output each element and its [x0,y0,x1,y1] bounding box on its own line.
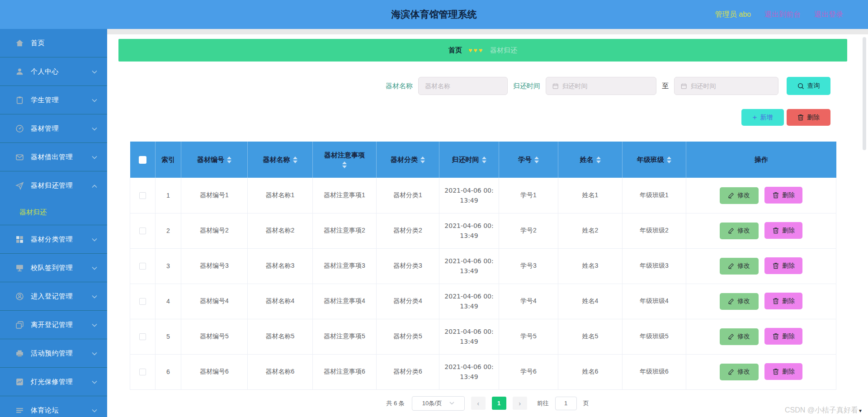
header-equipment-code[interactable]: 器材编号 [181,142,248,178]
header-select-all-cell [130,142,156,178]
sidebar-item-equipment-category-mgmt[interactable]: 器材分类管理 [0,225,107,254]
header-label: 器材分类 [391,156,418,163]
chevron-down-icon [92,378,97,386]
sidebar-item-team-checkin-mgmt[interactable]: 校队签到管理 [0,254,107,282]
sort-carets-icon[interactable] [227,156,231,163]
row-delete-button[interactable]: 删除 [764,328,802,345]
sidebar-item-home[interactable]: 首页 [0,29,107,57]
row-delete-button[interactable]: 删除 [764,363,802,380]
edit-button[interactable]: 修改 [720,328,759,345]
logout-link[interactable]: 退出登录 [814,10,843,19]
row-delete-button[interactable]: 删除 [764,187,802,204]
row-checkbox[interactable] [139,227,146,234]
header-index: 索引 [156,142,181,178]
scrollbar-thumb[interactable] [863,37,866,150]
row-delete-button[interactable]: 删除 [764,222,802,239]
sort-carets-icon[interactable] [342,161,347,168]
header-equipment-note[interactable]: 器材注意事项 [313,142,377,178]
forum-icon [15,406,24,415]
cell-name: 器材名称5 [248,319,313,354]
page-size-select[interactable]: 10条/页 [412,396,465,411]
cell-student-name: 姓名5 [558,319,623,354]
cell-student-id: 学号2 [499,213,558,248]
edit-button-label: 修改 [737,297,750,305]
edit-button[interactable]: 修改 [720,223,759,239]
header-label: 姓名 [580,156,594,163]
row-checkbox[interactable] [139,298,146,305]
header-equipment-name[interactable]: 器材名称 [248,142,313,178]
pencil-icon [728,227,734,234]
cell-code: 器材编号1 [181,178,248,213]
search-button[interactable]: 查询 [787,77,830,95]
row-checkbox[interactable] [139,369,146,375]
edit-button[interactable]: 修改 [720,293,759,310]
current-page-button[interactable]: 1 [492,397,506,410]
clipboard-icon [15,96,24,104]
header-equipment-category[interactable]: 器材分类 [377,142,439,178]
sidebar-item-student-mgmt[interactable]: 学生管理 [0,86,107,114]
pencil-icon [728,369,734,375]
sidebar-item-personal-center[interactable]: 个人中心 [0,57,107,86]
sidebar-item-light-repair-mgmt[interactable]: 灯光保修管理 [0,368,107,396]
trash-icon [773,262,779,269]
sidebar-item-equipment-mgmt[interactable]: 器材管理 [0,114,107,143]
edit-button[interactable]: 修改 [720,258,759,275]
cell-student-name: 姓名1 [558,178,623,213]
goto-page-input[interactable] [555,397,577,410]
chevron-down-icon [92,406,97,414]
add-button[interactable]: + 新增 [741,109,784,126]
row-checkbox[interactable] [139,263,146,270]
row-delete-button-label: 删除 [782,332,795,341]
header-label: 学号 [518,156,532,163]
row-select-cell [130,319,156,354]
row-checkbox[interactable] [139,333,146,340]
sidebar-item-label: 校队签到管理 [31,264,73,272]
row-delete-button[interactable]: 删除 [764,257,802,274]
sort-carets-icon[interactable] [667,156,671,163]
header-divider-band [107,29,868,34]
filter-row: 器材名称 归还时间 至 查询 [107,77,830,95]
edit-button-label: 修改 [737,262,750,270]
sidebar-item-equipment-return-mgmt[interactable]: 器材归还管理 [0,171,107,200]
header-student-name[interactable]: 姓名 [558,142,623,178]
breadcrumb-current: 器材归还 [490,46,517,55]
cell-grade: 年级班级6 [623,354,686,389]
sidebar-subitem-equipment-return[interactable]: 器材归还 [0,200,107,225]
next-page-button[interactable]: › [513,397,527,410]
admin-user-link[interactable]: 管理员 abo [715,10,751,19]
user-icon [15,67,24,76]
sort-carets-icon[interactable] [293,156,297,163]
breadcrumb-home-link[interactable]: 首页 [448,46,462,55]
cell-time: 2021-04-06 00:13:49 [439,213,499,248]
add-button-label: 新增 [760,114,773,122]
trash-icon [773,368,779,375]
sort-carets-icon[interactable] [420,156,425,163]
sidebar-item-sports-forum[interactable]: 体育论坛 [0,396,107,417]
cell-note: 器材注意事项1 [313,178,377,213]
return-time-start-input[interactable] [562,82,650,90]
cell-index: 4 [156,284,181,319]
edit-button[interactable]: 修改 [720,187,759,204]
sidebar-item-leave-register-mgmt[interactable]: 离开登记管理 [0,311,107,339]
equipment-name-input[interactable] [425,82,501,90]
sidebar-item-activity-booking-mgmt[interactable]: 活动预约管理 [0,339,107,368]
return-time-end-input[interactable] [690,82,772,90]
sidebar-item-entry-register-mgmt[interactable]: 进入登记管理 [0,282,107,311]
sidebar-item-equipment-lend-mgmt[interactable]: 器材借出管理 [0,143,107,171]
date-range-to-label: 至 [662,82,669,90]
header-grade-class[interactable]: 年级班级 [623,142,686,178]
row-delete-button[interactable]: 删除 [764,293,802,309]
sort-carets-icon[interactable] [596,156,601,163]
header-student-id[interactable]: 学号 [499,142,558,178]
select-all-checkbox[interactable] [139,156,146,164]
sort-carets-icon[interactable] [534,156,539,163]
prev-page-button[interactable]: ‹ [471,397,486,410]
delete-button[interactable]: 删除 [787,109,830,126]
edit-button[interactable]: 修改 [720,364,759,380]
exit-to-front-link[interactable]: 退出到前台 [764,10,801,19]
cell-category: 器材分类5 [377,319,439,354]
row-checkbox[interactable] [139,192,146,199]
pencil-icon [728,263,734,269]
sort-carets-icon[interactable] [482,156,486,163]
header-return-time[interactable]: 归还时间 [439,142,499,178]
